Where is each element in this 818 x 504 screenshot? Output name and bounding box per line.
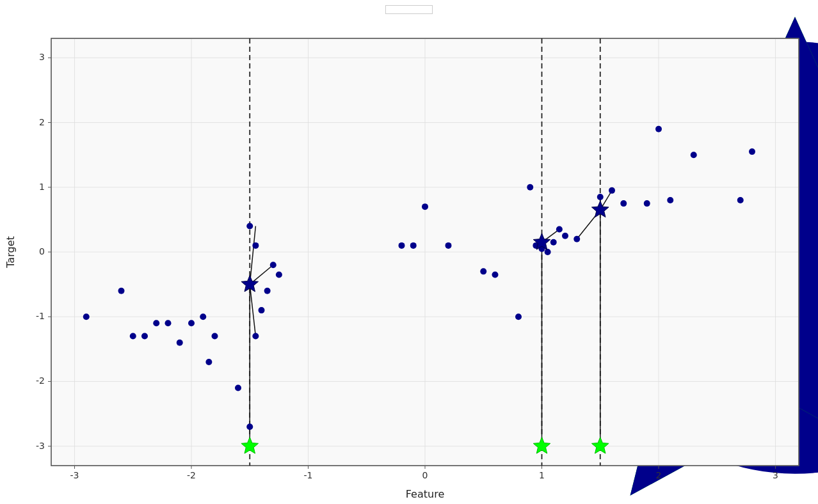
training-point: [410, 242, 417, 249]
training-point: [118, 288, 125, 294]
svg-text:3: 3: [39, 52, 45, 62]
svg-text:0: 0: [39, 246, 45, 256]
training-point: [252, 333, 259, 340]
training-point: [492, 271, 499, 278]
svg-text:Feature: Feature: [406, 488, 444, 500]
training-point: [83, 313, 90, 320]
training-point: [527, 184, 533, 191]
svg-text:2: 2: [656, 470, 662, 480]
svg-text:-2: -2: [187, 470, 196, 480]
training-point: [550, 239, 557, 246]
chart-container: -3-2-10123-3-2-10123FeatureTarget: [0, 0, 818, 504]
training-point: [620, 200, 627, 207]
training-point: [259, 307, 265, 313]
training-point: [200, 313, 206, 320]
training-point: [130, 333, 136, 340]
training-point: [246, 223, 253, 230]
training-point: [556, 226, 563, 233]
training-point: [597, 194, 604, 200]
training-point: [422, 203, 428, 210]
training-point: [749, 148, 755, 155]
training-point: [141, 333, 148, 340]
training-point: [270, 262, 277, 268]
training-point: [667, 197, 673, 203]
training-point: [655, 126, 662, 132]
svg-text:-2: -2: [36, 375, 45, 386]
svg-text:0: 0: [422, 470, 428, 480]
svg-text:-3: -3: [36, 441, 45, 451]
training-point: [188, 320, 195, 326]
svg-text:1: 1: [39, 182, 45, 192]
training-point: [177, 340, 183, 346]
training-point: [737, 197, 744, 203]
svg-text:-3: -3: [70, 470, 79, 480]
svg-text:-1: -1: [304, 470, 313, 480]
svg-text:-1: -1: [36, 311, 45, 321]
training-point: [445, 242, 452, 249]
chart-svg: -3-2-10123-3-2-10123FeatureTarget: [0, 0, 818, 504]
training-point: [264, 288, 271, 294]
training-point: [153, 320, 159, 326]
training-point: [545, 249, 551, 255]
training-point: [399, 242, 405, 249]
training-point: [515, 313, 522, 320]
training-point: [480, 268, 486, 274]
training-point: [165, 320, 172, 326]
training-point: [609, 187, 615, 194]
training-point: [205, 359, 212, 365]
svg-text:Target: Target: [4, 236, 17, 269]
training-point: [562, 233, 568, 239]
training-point: [235, 385, 241, 391]
training-point: [573, 236, 580, 242]
training-point: [276, 271, 282, 278]
svg-text:1: 1: [539, 470, 545, 480]
training-point: [212, 333, 218, 340]
training-point: [246, 423, 253, 430]
training-point: [691, 152, 697, 158]
svg-text:3: 3: [773, 470, 778, 480]
training-point: [644, 200, 650, 207]
training-point: [252, 242, 259, 249]
svg-text:2: 2: [39, 117, 45, 127]
